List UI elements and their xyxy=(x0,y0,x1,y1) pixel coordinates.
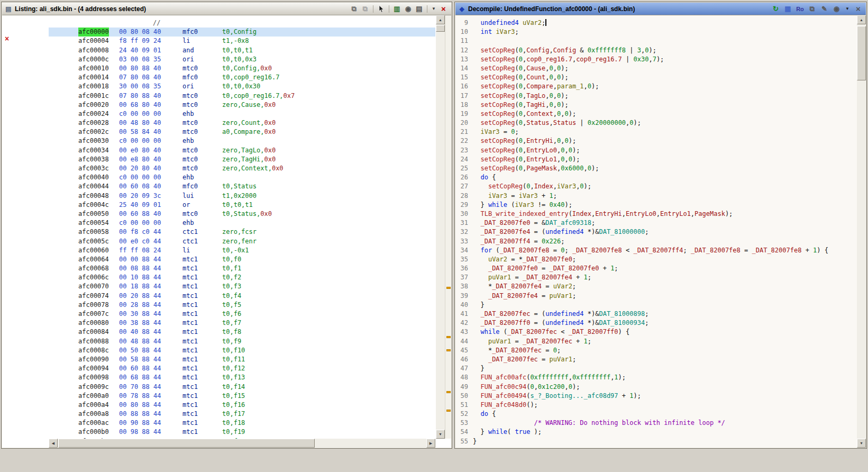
listing-row[interactable]: afc00024c0 00 00 00ehb xyxy=(49,110,435,119)
code-line[interactable]: 40 } xyxy=(458,301,857,310)
menu-chevron-icon[interactable]: ▼ xyxy=(844,4,851,14)
listing-row[interactable]: afc0004400 60 08 40mfc0t0,Status xyxy=(49,182,435,191)
code-line[interactable]: 51 FUN_afc048d0(); xyxy=(458,401,857,410)
listing-row[interactable]: afc0001407 80 08 40mfc0t0,cop0_reg16.7 xyxy=(49,73,435,82)
code-line[interactable]: 49 FUN_afc00c94(0,0x1c200,0); xyxy=(458,383,857,392)
edit-icon[interactable]: ✎ xyxy=(819,4,829,14)
menu-chevron-icon[interactable]: ▼ xyxy=(430,4,437,14)
listing-row[interactable]: afc0001830 00 08 35orit0,t0,0x30 xyxy=(49,82,435,91)
code-line[interactable]: 14 setCopReg(0,Cause,0,0); xyxy=(458,64,857,73)
overview-mark[interactable] xyxy=(446,349,451,351)
code-line[interactable]: 26 do { xyxy=(458,173,857,182)
code-line[interactable]: 23 setCopReg(0,EntryLo0,0,0); xyxy=(458,146,857,155)
code-line[interactable]: 27 setCopReg(0,Index,iVar3,0); xyxy=(458,182,857,191)
listing-row[interactable]: afc0007000 18 88 44mtc1t0,f3 xyxy=(49,282,435,291)
code-line[interactable]: 17 setCopReg(0,TagLo,0,0); xyxy=(458,92,857,101)
listing-row[interactable]: afc0001c07 80 88 40mtc0t0,cop0_reg16.7,0… xyxy=(49,92,435,101)
listing-horizontal-scrollbar[interactable]: ◀ ▶ xyxy=(49,439,435,448)
listing-row[interactable]: afc0009800 68 88 44mtc1t0,f13 xyxy=(49,373,435,382)
scrollbar-thumb[interactable] xyxy=(857,26,866,80)
scroll-right-button[interactable]: ▶ xyxy=(426,439,435,448)
code-line[interactable]: 37 puVar1 = _DAT_82007fe4 + 1; xyxy=(458,273,857,282)
cursor-icon[interactable] xyxy=(376,4,386,14)
code-line[interactable]: 32 _DAT_82007fe4 = (undefined4 *)&DAT_81… xyxy=(458,228,857,237)
listing-row[interactable]: afc0009400 60 88 44mtc1t0,f12 xyxy=(49,364,435,373)
scrollbar-thumb[interactable] xyxy=(436,25,445,32)
listing-row[interactable]: afc00054c0 00 00 00ehb xyxy=(49,219,435,228)
overview-mark[interactable] xyxy=(446,287,451,289)
scroll-left-button[interactable]: ◀ xyxy=(49,439,58,448)
snapshot-icon[interactable]: ◉ xyxy=(403,4,413,14)
listing-row[interactable]: afc0000c03 00 08 35orit0,t0,0x3 xyxy=(49,55,435,64)
listing-row[interactable]: afc0009000 58 88 44mtc1t0,f11 xyxy=(49,355,435,364)
code-line[interactable]: 20 setCopReg(0,Status,Status | 0x2000000… xyxy=(458,119,857,128)
listing-row[interactable]: afc0003c00 20 80 40mtc0zero,Context,0x0 xyxy=(49,164,435,173)
listing-row[interactable]: afc0005800 f8 c0 44ctc1zero,fcsr xyxy=(49,228,435,237)
decompiler-titlebar[interactable]: ◆ Decompile: UndefinedFunction_afc00000 … xyxy=(455,3,866,15)
listing-row[interactable]: afc000ac00 90 88 44mtc1t0,f18 xyxy=(49,419,435,428)
listing-row[interactable]: afc000a400 80 88 44mtc1t0,f16 xyxy=(49,401,435,410)
code-line[interactable]: 15 setCopReg(0,Count,0,0); xyxy=(458,73,857,82)
copy-icon[interactable]: ⧉ xyxy=(807,4,817,14)
scroll-down-button[interactable]: ▼ xyxy=(857,439,866,448)
overview-mark[interactable] xyxy=(446,391,451,393)
code-line[interactable]: 31 _DAT_82007fe0 = &DAT_afc09318; xyxy=(458,219,857,228)
decompiler-vertical-scrollbar[interactable]: ▲ ▼ xyxy=(857,15,866,448)
code-line[interactable]: 28 iVar3 = iVar3 + 1; xyxy=(458,192,857,201)
code-line[interactable]: 55} xyxy=(458,437,857,446)
code-line[interactable]: 11 xyxy=(458,37,857,46)
code-line[interactable]: 9 undefined4 uVar2; xyxy=(458,19,857,28)
listing-row[interactable]: afc0005000 60 88 40mtc0t0,Status,0x0 xyxy=(49,210,435,219)
code-line[interactable]: 44 puVar1 = _DAT_82007fec + 1; xyxy=(458,337,857,346)
code-line[interactable]: 45 *_DAT_82007fec = 0; xyxy=(458,346,857,355)
listing-row[interactable]: afc0003800 e8 80 40mtc0zero,TagHi,0x0 xyxy=(49,155,435,164)
listing-row[interactable]: afc0003400 e0 80 40mtc0zero,TagLo,0x0 xyxy=(49,146,435,155)
code-line[interactable]: 39 _DAT_82007fe4 = puVar1; xyxy=(458,292,857,301)
code-line[interactable]: 43 while (_DAT_82007fec < _DAT_82007ff0)… xyxy=(458,328,857,337)
code-line[interactable]: 53 /* WARNING: Do nothing block with inf… xyxy=(458,419,857,428)
listing-row[interactable]: afc00040c0 00 00 00ehb xyxy=(49,173,435,182)
code-line[interactable]: 34 for (_DAT_82007fe8 = 0; _DAT_82007fe8… xyxy=(458,246,857,255)
listing-row[interactable]: afc0006800 08 88 44mtc1t0,f1 xyxy=(49,264,435,273)
code-line[interactable]: 47 } xyxy=(458,364,857,373)
listing-row[interactable]: afc0008000 38 88 44mtc1t0,f7 xyxy=(49,319,435,328)
code-line[interactable]: 38 *_DAT_82007fe4 = uVar2; xyxy=(458,282,857,291)
close-icon[interactable]: × xyxy=(853,4,863,14)
listing-row[interactable]: afc0006400 00 88 44mtc1t0,f0 xyxy=(49,255,435,264)
scrollbar-thumb[interactable] xyxy=(58,439,315,448)
code-line[interactable]: 52 do { xyxy=(458,410,857,419)
listing-row[interactable]: afc000a800 88 88 44mtc1t0,f17 xyxy=(49,410,435,419)
listing-row[interactable]: afc0007800 28 88 44mtc1t0,f5 xyxy=(49,301,435,310)
code-line[interactable]: 18 setCopReg(0,TagHi,0,0); xyxy=(458,101,857,110)
listing-row[interactable]: afc00060ff ff 08 24lit0,-0x1 xyxy=(49,246,435,255)
listing-row[interactable]: afc0007c00 30 88 44mtc1t0,f6 xyxy=(49,310,435,319)
code-line[interactable]: 13 setCopReg(0,cop0_reg16.7,cop0_reg16.7… xyxy=(458,55,857,64)
refresh-icon[interactable]: ↻ xyxy=(771,4,781,14)
code-line[interactable]: 16 setCopReg(0,Compare,param_1,0); xyxy=(458,82,857,91)
listing-row[interactable]: afc000b000 98 88 44mtc1t0,f19 xyxy=(49,428,435,437)
scrollbar-track[interactable] xyxy=(436,15,445,439)
overview-mark[interactable] xyxy=(446,336,451,338)
listing-row[interactable]: afc0000000 80 08 40mfc0t0,Config xyxy=(49,28,435,37)
listing-row[interactable]: afc0006c00 10 88 44mtc1t0,f2 xyxy=(49,273,435,282)
listing-titlebar[interactable]: ▤ Listing: ali_sdk.bin - (4 addresses se… xyxy=(2,3,451,15)
code-line[interactable]: 21 iVar3 = 0; xyxy=(458,128,857,137)
readonly-toggle[interactable]: Ro xyxy=(795,4,805,14)
scroll-up-button[interactable]: ▲ xyxy=(857,15,866,24)
overview-mark[interactable] xyxy=(446,410,451,412)
snapshot-icon[interactable]: ◉ xyxy=(832,4,842,14)
code-line[interactable]: 35 uVar2 = *_DAT_82007fe0; xyxy=(458,255,857,264)
code-line[interactable]: 36 _DAT_82007fe0 = _DAT_82007fe0 + 1; xyxy=(458,264,857,273)
listing-row[interactable]: afc0002c00 58 84 40mtc0a0,Compare,0x0 xyxy=(49,128,435,137)
listing-row[interactable]: afc00030c0 00 00 00ehb xyxy=(49,137,435,146)
code-line[interactable]: 19 setCopReg(0,Context,0,0); xyxy=(458,110,857,119)
listing-row[interactable]: afc0004c25 40 09 01ort0,t0,t1 xyxy=(49,201,435,210)
code-line[interactable]: 33 _DAT_82007ff4 = 0x226; xyxy=(458,237,857,246)
listing-row[interactable]: afc000a000 78 88 44mtc1t0,f15 xyxy=(49,392,435,401)
listing-row[interactable]: afc0007400 20 88 44mtc1t0,f4 xyxy=(49,292,435,301)
listing-row[interactable]: afc0009c00 70 88 44mtc1t0,f14 xyxy=(49,383,435,392)
copy-icon[interactable]: ⧉ xyxy=(349,4,359,14)
code-line[interactable]: 54 } while( true ); xyxy=(458,428,857,437)
listing-row[interactable]: afc0008800 48 88 44mtc1t0,f9 xyxy=(49,337,435,346)
code-line[interactable]: 41 _DAT_82007fec = (undefined4 *)&DAT_81… xyxy=(458,310,857,319)
